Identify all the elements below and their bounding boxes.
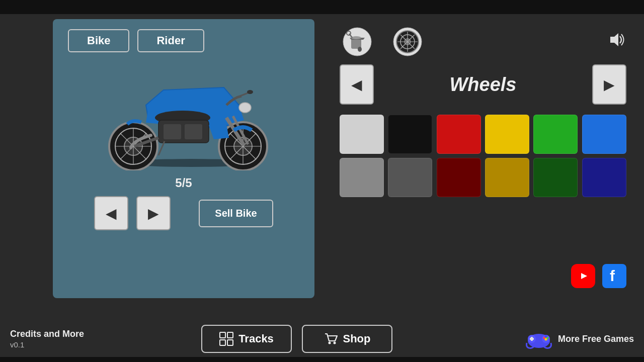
gamepad-icon — [526, 326, 552, 352]
color-swatch-row2-3[interactable] — [485, 158, 529, 197]
svg-rect-52 — [227, 340, 233, 345]
svg-point-28 — [239, 103, 251, 113]
color-swatch-row1-5[interactable] — [582, 115, 626, 154]
svg-point-62 — [544, 335, 547, 338]
bike-display: 5/5 ◀ ▶ Sell Bike — [63, 57, 304, 230]
color-grid-row1 — [340, 115, 626, 154]
prev-wheel-btn[interactable]: ◀ — [340, 64, 374, 105]
tab-row: Bike Rider — [63, 29, 304, 52]
prev-bike-btn[interactable]: ◀ — [94, 196, 128, 230]
color-swatch-row2-5[interactable] — [582, 158, 626, 197]
top-bar — [0, 0, 644, 14]
right-panel: ◀ Wheels ▶ f — [330, 19, 636, 298]
svg-rect-50 — [227, 332, 233, 338]
icon-left — [340, 24, 425, 59]
tracks-btn[interactable]: Tracks — [201, 325, 292, 353]
motorcycle-svg — [93, 60, 274, 170]
color-swatch-row1-4[interactable] — [533, 115, 578, 154]
sound-icon[interactable] — [606, 30, 626, 54]
color-swatch-row2-1[interactable] — [388, 158, 432, 197]
next-bike-btn[interactable]: ▶ — [136, 196, 171, 230]
color-grid-row2 — [340, 158, 626, 197]
more-games-label: More Free Games — [558, 334, 634, 344]
next-wheel-btn[interactable]: ▶ — [592, 64, 626, 105]
youtube-icon[interactable] — [571, 264, 595, 288]
svg-rect-21 — [164, 124, 181, 139]
bottom-area: Credits and More v0.1 Tracks Shop — [0, 325, 644, 353]
tracks-label: Tracks — [238, 332, 274, 345]
more-games-btn[interactable]: More Free Games — [526, 326, 634, 352]
svg-point-37 — [358, 47, 362, 52]
shop-label: Shop — [343, 332, 371, 345]
version-label: v0.1 — [10, 340, 101, 349]
svg-point-27 — [247, 90, 253, 94]
wheel-icon[interactable] — [390, 24, 425, 59]
color-swatch-row1-3[interactable] — [485, 115, 529, 154]
svg-rect-49 — [220, 332, 225, 338]
color-swatch-row1-0[interactable] — [340, 115, 384, 154]
svg-point-54 — [333, 342, 336, 344]
svg-rect-59 — [531, 337, 533, 341]
svg-text:f: f — [610, 267, 615, 284]
svg-line-30 — [158, 141, 165, 155]
svg-marker-46 — [610, 33, 618, 46]
color-swatch-row1-1[interactable] — [388, 115, 432, 154]
svg-point-63 — [544, 338, 547, 341]
left-panel: Bike Rider — [53, 19, 314, 298]
svg-marker-47 — [581, 273, 587, 279]
svg-rect-51 — [220, 340, 225, 345]
bike-tab[interactable]: Bike — [68, 29, 129, 52]
color-swatch-row1-2[interactable] — [437, 115, 481, 154]
wheels-nav: ◀ Wheels ▶ — [340, 64, 626, 105]
social-icons: f — [571, 264, 626, 288]
facebook-icon[interactable]: f — [602, 264, 626, 288]
color-swatch-row2-2[interactable] — [437, 158, 481, 197]
credits-section: Credits and More v0.1 — [10, 329, 101, 349]
color-swatch-row2-0[interactable] — [340, 158, 384, 197]
credits-label[interactable]: Credits and More — [10, 329, 101, 339]
nav-buttons: ◀ ▶ Sell Bike — [94, 196, 273, 230]
rider-tab[interactable]: Rider — [137, 29, 204, 52]
shop-cart-icon — [324, 332, 338, 346]
icon-row — [330, 19, 636, 64]
svg-point-53 — [328, 342, 331, 344]
wheels-title: Wheels — [449, 74, 516, 96]
shop-btn[interactable]: Shop — [302, 325, 392, 353]
right-footer: More Free Games — [493, 326, 634, 352]
sell-bike-btn[interactable]: Sell Bike — [199, 200, 273, 227]
paint-bucket-icon[interactable] — [340, 24, 375, 59]
center-nav: Tracks Shop — [101, 325, 493, 353]
wheels-section: ◀ Wheels ▶ — [330, 64, 636, 197]
bike-image — [88, 57, 279, 173]
tracks-grid-icon — [219, 332, 233, 346]
color-swatch-row2-4[interactable] — [533, 158, 578, 197]
svg-rect-22 — [185, 124, 202, 139]
svg-point-34 — [351, 36, 361, 39]
bike-counter: 5/5 — [175, 176, 192, 190]
svg-marker-29 — [209, 124, 229, 139]
bottom-bar — [0, 357, 644, 362]
